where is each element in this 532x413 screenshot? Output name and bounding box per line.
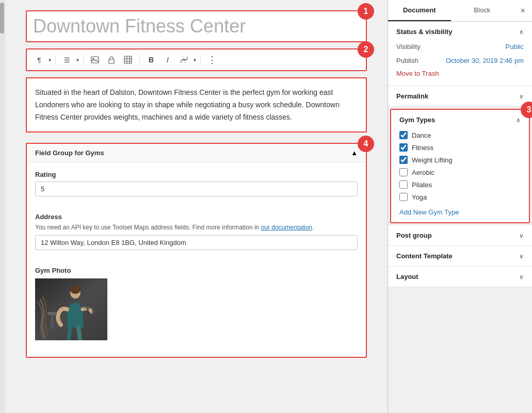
tab-document[interactable]: Document bbox=[388, 0, 451, 21]
link-arrow: ▾ bbox=[194, 57, 196, 63]
field-group-body: Rating Address You need an API key to us… bbox=[27, 162, 366, 357]
sep3 bbox=[139, 55, 140, 65]
checkbox-fitness-input[interactable] bbox=[399, 143, 408, 152]
gym-photo[interactable] bbox=[35, 278, 107, 340]
layout-header[interactable]: Layout ∨ bbox=[388, 267, 532, 287]
checkbox-aerobic-input[interactable] bbox=[399, 168, 408, 176]
badge-3: 3 bbox=[521, 102, 532, 118]
rating-section: Rating bbox=[35, 171, 358, 205]
align-btn[interactable]: ☰ bbox=[60, 53, 74, 67]
checkbox-yoga-label: Yoga bbox=[412, 193, 427, 201]
collapse-arrow: ▲ bbox=[351, 149, 358, 157]
svg-rect-3 bbox=[124, 56, 132, 63]
field-group: 4 Field Group for Gyms ▲ Rating Address … bbox=[26, 143, 367, 358]
sep2 bbox=[83, 55, 84, 65]
post-group-chevron: ∨ bbox=[519, 232, 524, 239]
checkbox-pilates-label: Pilates bbox=[412, 181, 432, 189]
rating-input[interactable] bbox=[35, 181, 358, 196]
gym-photo-section: Gym Photo bbox=[35, 267, 358, 340]
add-gym-type-link[interactable]: Add New Gym Type bbox=[399, 208, 521, 216]
checkbox-pilates-input[interactable] bbox=[399, 180, 408, 189]
editor-area: 1 2 ¶ ▾ ☰ ▾ bbox=[5, 0, 388, 413]
checkbox-fitness-label: Fitness bbox=[412, 144, 433, 152]
checkbox-pilates: Pilates bbox=[399, 178, 521, 191]
paragraph-btn[interactable]: ¶ bbox=[32, 53, 46, 67]
sidebar: Document Block × Status & visibility ∧ V… bbox=[388, 0, 532, 413]
layout-section: Layout ∨ bbox=[388, 267, 532, 287]
layout-chevron: ∨ bbox=[519, 273, 524, 280]
toolbar-block: 2 ¶ ▾ ☰ ▾ bbox=[26, 48, 367, 71]
checkbox-weightlifting: Weight Lifting bbox=[399, 154, 521, 166]
content-template-section: Content Template ∨ bbox=[388, 246, 532, 267]
gym-types-header[interactable]: Gym Types ∧ bbox=[399, 116, 521, 124]
image-btn[interactable] bbox=[88, 53, 102, 67]
svg-point-10 bbox=[70, 286, 80, 294]
content-template-title: Content Template bbox=[396, 252, 453, 260]
gym-types-chevron: ∧ bbox=[516, 117, 521, 124]
checkbox-weightlifting-input[interactable] bbox=[399, 156, 408, 164]
sep4 bbox=[200, 55, 201, 65]
permalink-section: Permalink ∨ bbox=[388, 86, 532, 107]
align-arrow: ▾ bbox=[76, 57, 79, 63]
trash-link[interactable]: Move to Trash bbox=[396, 68, 524, 79]
close-sidebar-btn[interactable]: × bbox=[513, 0, 532, 21]
checkbox-yoga-input[interactable] bbox=[399, 193, 408, 201]
field-group-title: Field Group for Gyms bbox=[35, 149, 104, 157]
tab-block[interactable]: Block bbox=[451, 0, 514, 21]
field-group-header[interactable]: Field Group for Gyms ▲ bbox=[27, 144, 366, 162]
lock-btn[interactable] bbox=[104, 53, 119, 67]
permalink-title: Permalink bbox=[396, 92, 428, 100]
checkbox-aerobic: Aerobic bbox=[399, 166, 521, 178]
permalink-chevron: ∨ bbox=[519, 93, 524, 100]
sidebar-tabs: Document Block × bbox=[388, 0, 532, 22]
badge-1: 1 bbox=[358, 3, 374, 20]
more-btn[interactable]: ⋮ bbox=[205, 53, 219, 67]
layout-title: Layout bbox=[396, 273, 418, 280]
svg-rect-15 bbox=[84, 307, 94, 309]
address-label: Address bbox=[35, 213, 358, 221]
checkbox-dance-input[interactable] bbox=[399, 131, 408, 139]
checkbox-fitness: Fitness bbox=[399, 141, 521, 154]
visibility-label: Visibility bbox=[396, 43, 421, 51]
content-template-header[interactable]: Content Template ∨ bbox=[388, 246, 532, 266]
post-group-section: Post group ∨ bbox=[388, 225, 532, 246]
post-group-header[interactable]: Post group ∨ bbox=[388, 225, 532, 245]
gym-types-wrapper: 3 Gym Types ∧ Dance Fitness Weight Lifti… bbox=[388, 107, 532, 225]
svg-rect-14 bbox=[92, 309, 93, 335]
svg-rect-12 bbox=[47, 312, 57, 315]
content-block: Situated in the heart of Dalston, Downto… bbox=[26, 77, 367, 133]
status-title: Status & visibility bbox=[396, 28, 452, 36]
gym-types-title: Gym Types bbox=[399, 116, 435, 124]
post-title-input[interactable] bbox=[33, 15, 360, 37]
checkbox-dance-label: Dance bbox=[412, 131, 431, 139]
status-body: Visibility Public Publish October 30, 20… bbox=[396, 36, 524, 79]
content-text: Situated in the heart of Dalston, Downto… bbox=[35, 87, 358, 123]
italic-btn[interactable]: I bbox=[160, 53, 175, 67]
sep1 bbox=[55, 55, 56, 65]
visibility-value[interactable]: Public bbox=[506, 43, 524, 51]
visibility-row: Visibility Public bbox=[396, 40, 524, 54]
permalink-header[interactable]: Permalink ∨ bbox=[388, 86, 532, 106]
badge-2: 2 bbox=[358, 41, 374, 58]
link-btn[interactable] bbox=[177, 53, 191, 67]
checkbox-yoga: Yoga bbox=[399, 191, 521, 203]
table-btn[interactable] bbox=[121, 53, 135, 67]
api-doc-link[interactable]: our documentation bbox=[261, 224, 312, 231]
checkbox-weightlifting-label: Weight Lifting bbox=[412, 156, 453, 164]
post-group-title: Post group bbox=[396, 232, 432, 239]
publish-label: Publish bbox=[396, 57, 418, 64]
checkbox-aerobic-label: Aerobic bbox=[412, 169, 434, 176]
status-visibility-section: Status & visibility ∧ Visibility Public … bbox=[388, 22, 532, 86]
svg-rect-0 bbox=[91, 57, 99, 63]
address-input[interactable] bbox=[35, 235, 358, 250]
publish-value[interactable]: October 30, 2019 2:46 pm bbox=[446, 57, 524, 64]
checkbox-dance: Dance bbox=[399, 129, 521, 141]
status-section-header[interactable]: Status & visibility ∧ bbox=[396, 28, 524, 36]
badge-4: 4 bbox=[358, 136, 374, 152]
svg-rect-2 bbox=[109, 59, 114, 63]
content-template-chevron: ∨ bbox=[519, 253, 524, 260]
api-notice: You need an API key to use Toolset Maps … bbox=[35, 224, 358, 231]
main-scrollbar[interactable] bbox=[0, 0, 5, 413]
bold-btn[interactable]: B bbox=[144, 53, 158, 67]
gym-photo-label: Gym Photo bbox=[35, 267, 358, 274]
